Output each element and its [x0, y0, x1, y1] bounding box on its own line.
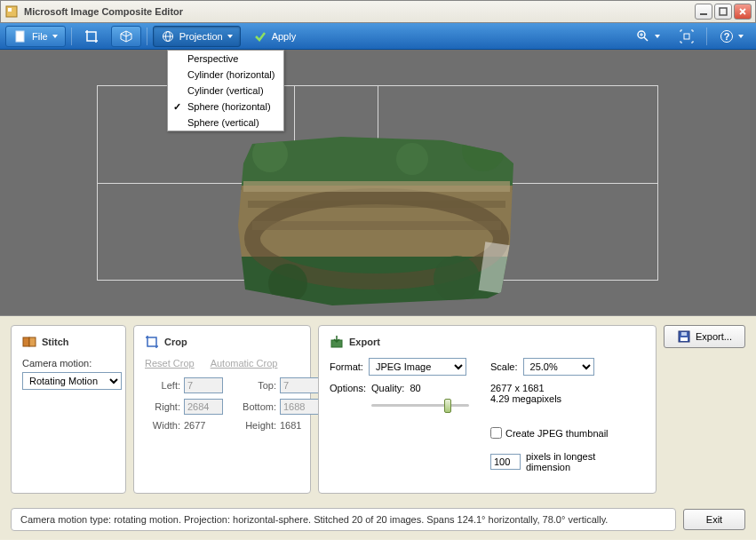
status-text: Camera motion type: rotating motion. Pro… [11, 508, 676, 531]
export-megapixels: 4.29 megapixels [490, 393, 615, 404]
thumbnail-checkbox[interactable] [490, 427, 502, 439]
help-button[interactable]: ? [712, 26, 751, 47]
projection-option-cylv[interactable]: Cylinder (vertical) [168, 83, 283, 99]
projection-option-perspective[interactable]: Perspective [168, 51, 283, 67]
chevron-down-icon [655, 35, 660, 38]
svg-rect-2 [700, 13, 707, 15]
status-bar: Camera motion type: rotating motion. Pro… [0, 503, 756, 540]
camera-motion-label: Camera motion: [22, 358, 115, 369]
file-icon [13, 29, 28, 44]
format-select[interactable]: JPEG Image [369, 358, 466, 376]
toolbar: File Projection Apply ? [0, 23, 756, 50]
svg-rect-1 [8, 8, 12, 12]
fit-button[interactable] [672, 26, 701, 47]
apply-label: Apply [272, 31, 297, 42]
thumbnail-caption: pixels in longest dimension [526, 451, 615, 472]
save-icon [677, 329, 691, 344]
svg-point-25 [268, 264, 307, 303]
crop-title: Crop [164, 337, 187, 347]
export-title: Export [349, 337, 380, 347]
app-icon [4, 4, 19, 19]
top-label: Top: [234, 380, 276, 391]
exit-button[interactable]: Exit [683, 509, 745, 530]
svg-rect-32 [680, 337, 688, 341]
quality-value: 80 [410, 383, 420, 393]
projection-option-cylh[interactable]: Cylinder (horizontal) [168, 67, 283, 83]
minimize-button[interactable] [695, 4, 712, 20]
height-label: Height: [234, 420, 276, 431]
svg-point-22 [252, 137, 288, 172]
camera-motion-select[interactable]: Rotating Motion [22, 372, 122, 390]
projection-dropdown: Perspective Cylinder (horizontal) Cylind… [167, 50, 284, 131]
scale-select[interactable]: 25.0% [523, 358, 594, 376]
options-label: Options: [330, 383, 366, 393]
svg-point-24 [396, 143, 428, 175]
crop-bottom-input[interactable] [280, 399, 319, 415]
file-label: File [32, 31, 48, 42]
svg-point-26 [434, 256, 480, 302]
auto-crop-link[interactable]: Automatic Crop [211, 358, 278, 369]
panels-row: Stitch Camera motion: Rotating Motion Cr… [0, 316, 756, 503]
crop-icon [84, 29, 99, 44]
title-bar: Microsoft Image Composite Editor [0, 0, 756, 23]
close-button[interactable] [734, 4, 752, 20]
maximize-button[interactable] [714, 4, 732, 20]
canvas-area[interactable]: Perspective Cylinder (horizontal) Cylind… [0, 50, 756, 316]
cube-tool-button[interactable] [111, 26, 141, 47]
projection-option-sphv[interactable]: Sphere (vertical) [168, 115, 283, 131]
apply-icon [253, 29, 267, 44]
quality-slider[interactable] [371, 397, 469, 413]
crop-icon [145, 335, 159, 349]
export-button-label: Export... [696, 331, 732, 342]
projection-menu-button[interactable]: Projection [153, 26, 241, 47]
magnifier-icon [636, 29, 650, 44]
window-title: Microsoft Image Composite Editor [24, 6, 695, 17]
chevron-down-icon [738, 35, 744, 38]
left-label: Left: [145, 380, 180, 391]
export-icon [330, 335, 344, 349]
svg-rect-20 [248, 201, 505, 208]
crop-right-input[interactable] [184, 399, 223, 415]
svg-rect-3 [720, 8, 727, 15]
bottom-label: Bottom: [234, 401, 276, 412]
cube-icon [119, 29, 133, 44]
reset-crop-link[interactable]: Reset Crop [145, 358, 195, 369]
zoom-button[interactable] [629, 26, 667, 47]
quality-label: Quality: [371, 383, 404, 393]
export-dimensions: 2677 x 1681 [490, 383, 615, 393]
projection-option-sphh[interactable]: Sphere (horizontal) [168, 99, 283, 115]
svg-text:?: ? [724, 31, 730, 42]
fit-icon [680, 29, 694, 44]
stitch-icon [22, 335, 36, 349]
panorama-preview [235, 137, 521, 305]
help-icon: ? [720, 29, 734, 44]
export-panel: Export Format: JPEG Image Options: Quali… [318, 325, 657, 494]
stitch-panel: Stitch Camera motion: Rotating Motion [11, 325, 126, 494]
svg-rect-19 [243, 181, 510, 192]
chevron-down-icon [52, 35, 58, 38]
svg-rect-4 [16, 31, 24, 42]
chevron-down-icon [227, 35, 233, 38]
crop-tool-button[interactable] [77, 26, 106, 47]
svg-line-9 [644, 37, 648, 41]
thumbnail-label: Create JPEG thumbnail [505, 428, 609, 439]
crop-width-value: 2677 [184, 420, 230, 431]
apply-button[interactable]: Apply [246, 26, 304, 47]
file-menu-button[interactable]: File [5, 26, 66, 47]
svg-rect-29 [29, 337, 36, 346]
crop-left-input[interactable] [184, 377, 223, 393]
svg-rect-12 [684, 34, 689, 39]
export-button[interactable]: Export... [664, 325, 745, 348]
stitch-title: Stitch [42, 337, 69, 347]
scale-label: Scale: [490, 361, 518, 372]
svg-rect-21 [252, 221, 501, 230]
svg-rect-28 [23, 337, 29, 346]
format-label: Format: [330, 361, 363, 372]
width-label: Width: [145, 420, 180, 431]
projection-label: Projection [179, 31, 223, 42]
svg-rect-33 [681, 332, 687, 336]
crop-top-input[interactable] [280, 377, 319, 393]
thumbnail-size-input[interactable] [490, 454, 521, 470]
crop-panel: Crop Reset Crop Automatic Crop Left: Top… [133, 325, 311, 494]
globe-icon [161, 29, 175, 44]
